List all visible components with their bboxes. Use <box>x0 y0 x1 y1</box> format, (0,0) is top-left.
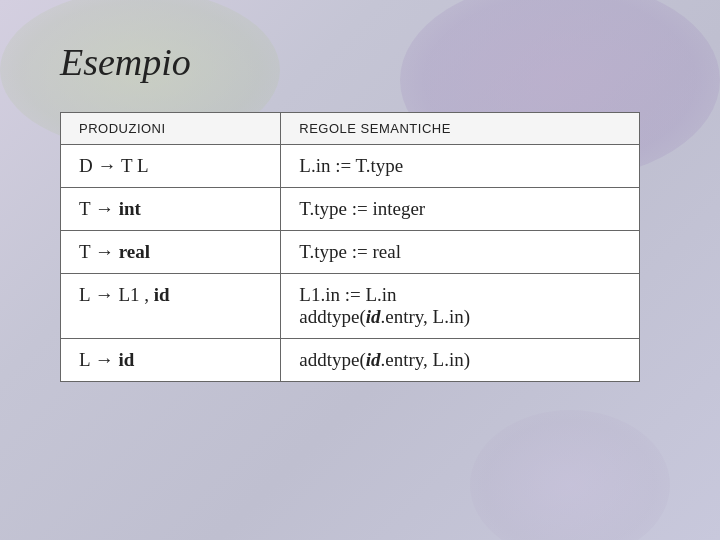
production-cell: T → int <box>61 188 281 231</box>
table-row: L → L1 , id L1.in := L.in addtype(id.ent… <box>61 274 640 339</box>
table-header-row: PRODUZIONI REGOLE SEMANTICHE <box>61 113 640 145</box>
keyword-int: int <box>119 198 141 219</box>
rule-cell: addtype(id.entry, L.in) <box>281 339 640 382</box>
production-cell: L → id <box>61 339 281 382</box>
rule-cell: L1.in := L.in addtype(id.entry, L.in) <box>281 274 640 339</box>
table-row: T → real T.type := real <box>61 231 640 274</box>
id-ref-1: id <box>366 306 381 327</box>
rule-cell: L.in := T.type <box>281 145 640 188</box>
col-header-rules: REGOLE SEMANTICHE <box>281 113 640 145</box>
semantics-table: PRODUZIONI REGOLE SEMANTICHE D → T L L.i… <box>60 112 640 382</box>
main-content: Esempio PRODUZIONI REGOLE SEMANTICHE D →… <box>0 0 720 412</box>
rule-cell: T.type := real <box>281 231 640 274</box>
col-header-productions: PRODUZIONI <box>61 113 281 145</box>
keyword-id2: id <box>118 349 134 370</box>
page-title: Esempio <box>60 40 660 84</box>
keyword-id1: id <box>154 284 170 305</box>
table-row: D → T L L.in := T.type <box>61 145 640 188</box>
production-cell: D → T L <box>61 145 281 188</box>
production-cell: L → L1 , id <box>61 274 281 339</box>
id-ref-2: id <box>366 349 381 370</box>
production-cell: T → real <box>61 231 281 274</box>
table-row: L → id addtype(id.entry, L.in) <box>61 339 640 382</box>
keyword-real: real <box>119 241 150 262</box>
rule-cell: T.type := integer <box>281 188 640 231</box>
table-row: T → int T.type := integer <box>61 188 640 231</box>
